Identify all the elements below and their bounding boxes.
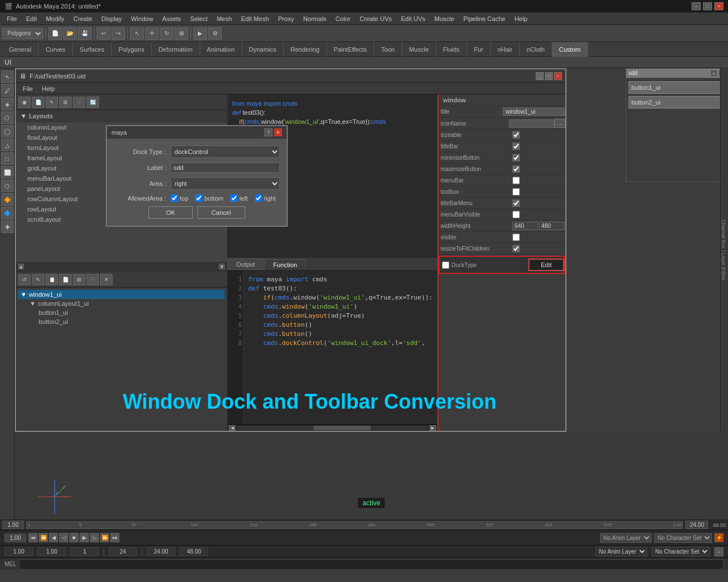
tab-function[interactable]: Function (264, 259, 305, 270)
prop-minimizebtn-check[interactable] (512, 154, 520, 161)
cb-left[interactable] (230, 194, 238, 202)
play-fwd-btn[interactable]: ▶ (80, 533, 89, 542)
render-settings-button[interactable]: ⚙ (208, 27, 222, 40)
mode-dropdown[interactable]: Polygons (2, 28, 43, 39)
render-button[interactable]: ▶ (193, 27, 207, 40)
tree-tool2[interactable]: ✎ (32, 274, 44, 285)
select-button[interactable]: ↖ (130, 27, 144, 40)
menu-window[interactable]: Window (126, 14, 158, 23)
menu-modify[interactable]: Modify (42, 14, 69, 23)
float-close[interactable]: × (554, 72, 562, 80)
timeline-track[interactable]: 1 6 67 144 216 288 384 455 527 601 676 1… (26, 521, 683, 529)
tab-general[interactable]: General (2, 42, 39, 57)
menu-create[interactable]: Create (69, 14, 97, 23)
redo-button[interactable]: ↪ (111, 27, 125, 40)
area-select[interactable]: right (171, 177, 280, 190)
tool11[interactable]: 🔷 (1, 207, 14, 219)
minimize-button[interactable]: − (692, 2, 701, 10)
float-minimize[interactable]: _ (536, 72, 544, 80)
float-restore[interactable]: □ (545, 72, 553, 80)
tab-curves[interactable]: Curves (39, 42, 73, 57)
tab-polygons[interactable]: Polygons (111, 42, 151, 57)
range-end-input[interactable] (685, 521, 708, 529)
sdd-button2[interactable]: button2_ui (628, 96, 725, 109)
tree-button1[interactable]: button1_ui (36, 308, 225, 317)
tab-muscle[interactable]: Muscle (402, 42, 436, 57)
dialog-help-btn[interactable]: ? (264, 128, 272, 136)
zoom-input[interactable] (5, 534, 26, 542)
dialog-close-btn[interactable]: × (274, 128, 282, 136)
menu-proxy[interactable]: Proxy (274, 14, 299, 23)
sdd-close[interactable]: × (710, 70, 717, 77)
menu-edit[interactable]: Edit (22, 14, 42, 23)
menu-edit-uvs[interactable]: Edit UVs (396, 14, 430, 23)
iconname-browse-btn[interactable]: ... (555, 119, 565, 128)
new-file-button[interactable]: 📄 (48, 27, 62, 40)
tree-tool6[interactable]: ➕ (86, 274, 99, 285)
char-set-dropdown[interactable]: No Character Set (654, 533, 712, 543)
menu-help[interactable]: Help (510, 14, 532, 23)
tree-tool3[interactable]: 📋 (46, 274, 58, 285)
tab-rendering[interactable]: Rendering (284, 42, 327, 57)
no-char-set-select[interactable]: No Character Set (652, 547, 710, 556)
menu-display[interactable]: Display (97, 14, 126, 23)
menu-file[interactable]: File (2, 14, 22, 23)
tree-tool5[interactable]: ⊞ (73, 274, 85, 285)
tool12[interactable]: ✚ (1, 221, 14, 233)
stop-btn[interactable]: ■ (69, 533, 78, 542)
tab-painteffects[interactable]: PaintEffects (327, 42, 375, 57)
prop-menubarvisible-check[interactable] (512, 211, 520, 218)
scroll-up[interactable]: ▲ (18, 264, 24, 269)
layout-tool1[interactable]: ◉ (18, 97, 31, 108)
auto-key-btn[interactable]: ⚡ (714, 533, 723, 542)
tab-ncloth[interactable]: nCloth (520, 42, 552, 57)
collapse-icon[interactable]: ▼ (20, 113, 27, 119)
scroll-left[interactable]: ◀ (229, 425, 235, 431)
prev-key-btn[interactable]: ◀ (49, 533, 58, 542)
undo-button[interactable]: ↩ (97, 27, 110, 40)
open-file-button[interactable]: 📂 (63, 27, 77, 40)
menu-select[interactable]: Select (185, 14, 212, 23)
dialog-ok-btn[interactable]: OK (148, 206, 193, 219)
prop-title-input[interactable] (503, 107, 565, 116)
docktype-select[interactable]: dockControl (171, 146, 280, 158)
tree-tool7[interactable]: ✕ (100, 274, 113, 285)
layout-tool4[interactable]: ⊞ (59, 97, 72, 108)
menu-muscle[interactable]: Muscle (430, 14, 459, 23)
tab-nhair[interactable]: nHair (491, 42, 520, 57)
range-start-input[interactable] (2, 521, 24, 529)
prop-titlebar-check[interactable] (512, 143, 520, 150)
tool9[interactable]: ⬡ (1, 180, 14, 192)
docktype-edit-btn[interactable]: Edit (528, 259, 564, 271)
tab-fur[interactable]: Fur (467, 42, 491, 57)
prev-frame-btn[interactable]: ⏪ (39, 533, 48, 542)
prop-toolbox-check[interactable] (512, 188, 520, 196)
tree-root-item[interactable]: ▼ window1_ui (18, 290, 225, 299)
cb-bottom[interactable] (195, 194, 202, 202)
status-val3[interactable] (71, 547, 99, 556)
go-end-btn[interactable]: ⏭ (110, 533, 119, 542)
rotate-button[interactable]: ↻ (160, 27, 173, 40)
tool10[interactable]: 🔶 (1, 193, 14, 206)
status-val4[interactable] (109, 547, 137, 556)
layout-tool5[interactable]: ➕ (73, 97, 85, 108)
status-val2[interactable] (38, 547, 66, 556)
tab-animation[interactable]: Animation (200, 42, 242, 57)
prop-width-input[interactable] (512, 222, 538, 230)
h-thumb[interactable] (313, 426, 371, 430)
prop-resize-check[interactable] (512, 245, 520, 252)
prop-sizeable-check[interactable] (512, 131, 520, 139)
scroll-down[interactable]: ▼ (219, 264, 225, 269)
status-extra-btn[interactable]: ↔ (714, 547, 723, 556)
maximize-button[interactable]: □ (703, 2, 712, 10)
status-val5[interactable] (147, 547, 175, 556)
tree-button2[interactable]: button2_ui (36, 317, 225, 326)
label-input[interactable] (171, 163, 280, 173)
float-menu-file[interactable]: File (18, 84, 38, 93)
tree-column-item[interactable]: ▼ columnLayout1_ui (27, 299, 225, 308)
layout-tool3[interactable]: ✎ (46, 97, 58, 108)
anim-layer-dropdown[interactable]: No Anim Layer (600, 533, 652, 543)
scroll-right[interactable]: ▶ (429, 425, 436, 431)
status-val1[interactable] (5, 547, 33, 556)
tab-output[interactable]: Output (228, 259, 263, 270)
